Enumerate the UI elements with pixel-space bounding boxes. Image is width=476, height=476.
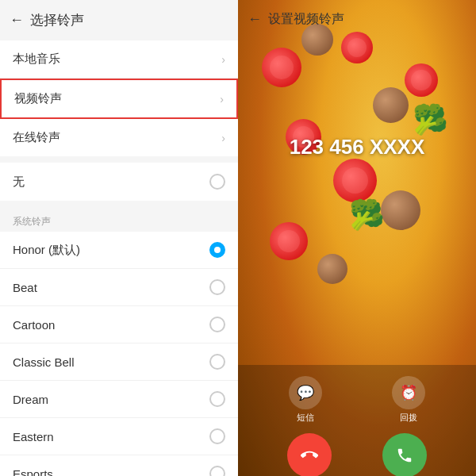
radio-selected[interactable] bbox=[209, 242, 225, 258]
radio-unselected[interactable] bbox=[209, 428, 225, 444]
right-title: 设置视频铃声 bbox=[268, 11, 344, 28]
none-label: 无 bbox=[13, 175, 25, 190]
none-section: 无 bbox=[0, 163, 238, 201]
callback-label: 回拨 bbox=[400, 412, 417, 424]
tomato-4 bbox=[333, 159, 377, 202]
left-panel: ← 选择铃声 本地音乐 › 视频铃声 › 在线铃声 › 无 系统铃声 Honor… bbox=[0, 0, 238, 476]
radio-unselected[interactable] bbox=[209, 391, 225, 407]
none-radio[interactable] bbox=[209, 174, 225, 190]
ringtone-name: Classic Bell bbox=[13, 355, 75, 369]
broccoli-1 bbox=[413, 103, 444, 135]
chevron-icon: › bbox=[221, 132, 225, 144]
online-ringtone-label: 在线铃声 bbox=[13, 130, 60, 145]
left-title: 选择铃声 bbox=[30, 11, 84, 29]
video-ringtone-label: 视频铃声 bbox=[14, 91, 62, 106]
callback-icon: ⏰ bbox=[392, 376, 425, 409]
radio-unselected[interactable] bbox=[209, 279, 225, 295]
list-item[interactable]: Dream bbox=[0, 381, 238, 418]
sms-label: 短信 bbox=[297, 412, 314, 424]
radio-unselected[interactable] bbox=[209, 466, 225, 476]
local-music-item[interactable]: 本地音乐 › bbox=[0, 40, 238, 79]
radio-unselected[interactable] bbox=[209, 354, 225, 370]
top-menu-section: 本地音乐 › 视频铃声 › 在线铃声 › bbox=[0, 40, 238, 156]
right-header: ← 设置视频铃声 bbox=[238, 0, 476, 39]
back-icon[interactable]: ← bbox=[10, 12, 24, 29]
right-panel: ← 设置视频铃声 123 456 XXXX 💬 短信 ⏰ 回拨 bbox=[238, 0, 476, 476]
call-buttons-row bbox=[238, 428, 476, 476]
right-back-icon[interactable]: ← bbox=[248, 11, 262, 28]
accept-button[interactable] bbox=[382, 433, 427, 476]
sms-action[interactable]: 💬 短信 bbox=[289, 376, 322, 424]
meatball-3 bbox=[381, 190, 420, 230]
list-item[interactable]: Classic Bell bbox=[0, 344, 238, 381]
radio-unselected[interactable] bbox=[209, 317, 225, 332]
ringtone-name: Cartoon bbox=[13, 318, 55, 332]
chevron-icon: › bbox=[220, 93, 224, 106]
list-item[interactable]: Beat bbox=[0, 269, 238, 306]
ringtone-name: Beat bbox=[13, 281, 37, 294]
tomato-1 bbox=[262, 48, 301, 87]
bottom-action-area: 💬 短信 ⏰ 回拨 ✕ ✓ bbox=[238, 365, 476, 476]
tomato-6 bbox=[270, 222, 308, 260]
left-header: ← 选择铃声 bbox=[0, 0, 238, 40]
sms-icon: 💬 bbox=[289, 376, 322, 409]
list-item[interactable]: Cartoon bbox=[0, 306, 238, 344]
ringtone-name: Honor (默认) bbox=[13, 243, 80, 258]
broccoli-2 bbox=[349, 198, 381, 230]
list-item[interactable]: Honor (默认) bbox=[0, 232, 238, 269]
system-section-label: 系统铃声 bbox=[0, 207, 238, 232]
decline-button[interactable] bbox=[287, 433, 332, 476]
ringtone-name: Dream bbox=[13, 393, 48, 406]
tomato-5 bbox=[405, 63, 438, 97]
chevron-icon: › bbox=[221, 53, 225, 66]
meatball-1 bbox=[373, 87, 409, 123]
action-icons-row: 💬 短信 ⏰ 回拨 bbox=[238, 365, 476, 428]
video-ringtone-item[interactable]: 视频铃声 › bbox=[0, 79, 238, 119]
online-ringtone-item[interactable]: 在线铃声 › bbox=[0, 119, 238, 156]
ringtone-name: Esports bbox=[13, 467, 53, 477]
list-item[interactable]: Esports bbox=[0, 455, 238, 476]
callback-action[interactable]: ⏰ 回拨 bbox=[392, 376, 425, 424]
list-item[interactable]: Eastern bbox=[0, 418, 238, 455]
local-music-label: 本地音乐 bbox=[13, 52, 60, 67]
none-item[interactable]: 无 bbox=[0, 163, 238, 201]
phone-number-display: 123 456 XXXX bbox=[238, 135, 476, 159]
ringtone-name: Eastern bbox=[13, 430, 54, 443]
ringtone-list: Honor (默认) Beat Cartoon Classic Bell Dre… bbox=[0, 232, 238, 476]
meatball-4 bbox=[317, 254, 347, 284]
